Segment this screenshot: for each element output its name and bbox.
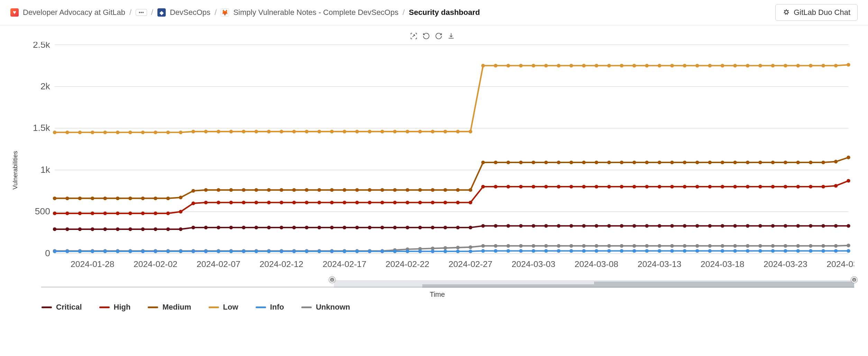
chart-plot[interactable]: 05001k1.5k2k2.5k2024-01-282024-02-022024… xyxy=(20,42,854,299)
svg-point-326 xyxy=(620,244,624,248)
svg-point-175 xyxy=(330,201,334,204)
svg-point-95 xyxy=(128,196,132,200)
svg-point-109 xyxy=(305,188,309,192)
svg-point-370 xyxy=(368,249,372,253)
svg-point-141 xyxy=(708,161,712,164)
svg-point-42 xyxy=(267,130,271,134)
svg-text:2024-03-18: 2024-03-18 xyxy=(701,259,744,269)
svg-point-84 xyxy=(796,64,800,68)
svg-point-110 xyxy=(318,188,321,192)
svg-point-128 xyxy=(544,161,548,164)
time-brush[interactable]: || || xyxy=(41,277,854,288)
svg-point-98 xyxy=(166,196,170,200)
svg-point-148 xyxy=(796,161,800,164)
svg-point-316 xyxy=(494,244,497,248)
svg-point-35 xyxy=(179,131,183,134)
svg-point-48 xyxy=(342,130,346,134)
legend-label: Medium xyxy=(162,303,191,312)
brush-handle-right[interactable]: || xyxy=(851,277,857,283)
legend-item-critical[interactable]: Critical xyxy=(42,303,82,312)
legend-item-high[interactable]: High xyxy=(99,303,131,312)
svg-point-53 xyxy=(406,130,410,134)
svg-point-243 xyxy=(381,226,384,230)
svg-point-253 xyxy=(506,224,510,228)
svg-point-129 xyxy=(557,161,561,164)
svg-point-77 xyxy=(708,64,712,68)
svg-point-119 xyxy=(431,188,435,192)
svg-point-246 xyxy=(418,226,422,230)
svg-point-397 xyxy=(708,249,712,253)
legend-item-unknown[interactable]: Unknown xyxy=(301,303,350,312)
svg-point-124 xyxy=(494,161,497,164)
svg-point-355 xyxy=(179,249,183,253)
svg-point-269 xyxy=(708,224,712,228)
svg-point-402 xyxy=(771,249,775,253)
svg-point-146 xyxy=(771,161,775,164)
svg-point-92 xyxy=(91,196,94,200)
brush-selection[interactable] xyxy=(334,280,854,288)
svg-point-351 xyxy=(128,249,132,253)
svg-point-31 xyxy=(128,131,132,134)
svg-text:2k: 2k xyxy=(40,81,51,91)
legend-item-low[interactable]: Low xyxy=(209,303,238,312)
svg-text:2024-02-27: 2024-02-27 xyxy=(449,259,493,269)
svg-point-34 xyxy=(166,131,170,134)
breadcrumb-separator: / xyxy=(214,8,217,17)
svg-point-342 xyxy=(821,244,825,248)
svg-point-273 xyxy=(758,224,762,228)
zoom-select-icon[interactable] xyxy=(410,32,418,40)
svg-point-204 xyxy=(695,185,699,189)
svg-point-263 xyxy=(632,224,636,228)
svg-point-348 xyxy=(91,249,94,253)
svg-point-333 xyxy=(708,244,712,248)
svg-point-173 xyxy=(305,201,309,204)
svg-point-80 xyxy=(746,64,750,68)
svg-point-258 xyxy=(569,224,573,228)
svg-text:1k: 1k xyxy=(40,164,51,175)
svg-point-361 xyxy=(254,249,258,253)
breadcrumb-separator: / xyxy=(151,8,153,17)
svg-point-171 xyxy=(280,201,283,204)
svg-point-405 xyxy=(809,249,813,253)
svg-point-136 xyxy=(645,161,649,164)
legend-item-medium[interactable]: Medium xyxy=(148,303,191,312)
svg-point-250 xyxy=(469,226,473,230)
svg-point-138 xyxy=(670,161,674,164)
svg-point-67 xyxy=(582,64,586,68)
svg-point-260 xyxy=(595,224,599,228)
refresh-icon[interactable] xyxy=(435,32,442,40)
breadcrumb-root[interactable]: Developer Advocacy at GitLab xyxy=(23,8,125,17)
svg-point-89 xyxy=(53,196,57,200)
svg-point-176 xyxy=(342,201,346,204)
svg-point-33 xyxy=(154,131,157,134)
svg-point-145 xyxy=(758,161,762,164)
svg-point-275 xyxy=(784,224,787,228)
legend-swatch xyxy=(256,306,266,308)
svg-point-207 xyxy=(733,185,737,189)
svg-point-179 xyxy=(381,201,384,204)
svg-point-266 xyxy=(670,224,674,228)
svg-point-81 xyxy=(758,64,762,68)
svg-point-193 xyxy=(557,185,561,189)
svg-point-161 xyxy=(154,212,157,215)
svg-point-331 xyxy=(683,244,687,248)
breadcrumb-project[interactable]: Simply Vulnerable Notes - Complete DevSe… xyxy=(233,8,398,17)
legend-swatch xyxy=(148,306,158,308)
svg-point-137 xyxy=(658,161,661,164)
svg-point-384 xyxy=(544,249,548,253)
svg-point-317 xyxy=(506,244,510,248)
svg-point-209 xyxy=(758,185,762,189)
legend-item-info[interactable]: Info xyxy=(256,303,284,312)
breadcrumb-ellipsis-button[interactable]: ••• xyxy=(136,9,147,16)
svg-point-345 xyxy=(53,249,57,253)
svg-point-236 xyxy=(292,226,296,230)
svg-point-183 xyxy=(431,201,435,204)
gitlab-duo-chat-button[interactable]: GitLab Duo Chat xyxy=(775,4,858,21)
breadcrumb-group[interactable]: DevSecOps xyxy=(170,8,210,17)
zoom-reset-icon[interactable] xyxy=(422,32,430,40)
svg-point-71 xyxy=(632,64,636,68)
svg-point-167 xyxy=(229,201,233,204)
svg-point-362 xyxy=(267,249,271,253)
legend-label: Critical xyxy=(56,303,82,312)
download-icon[interactable] xyxy=(447,32,455,40)
